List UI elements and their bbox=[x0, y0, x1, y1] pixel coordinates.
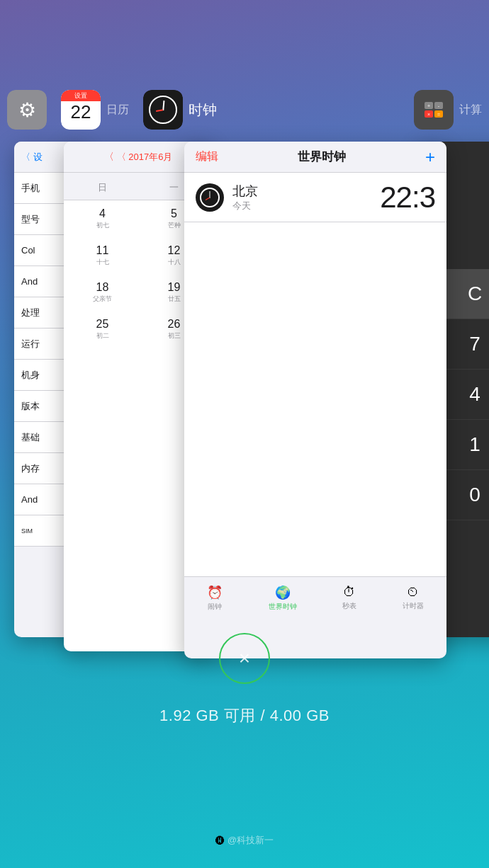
weekday-sun: 日 bbox=[67, 178, 138, 197]
calculator-icon: + - × = bbox=[414, 90, 454, 130]
cal-day-num: 18 bbox=[96, 281, 109, 294]
memory-info: 1.92 GB 可用 / 4.00 GB bbox=[159, 705, 330, 726]
calendar-app-label: 日历 bbox=[106, 103, 129, 118]
tab-timer[interactable]: ⏲ 计时器 bbox=[403, 585, 424, 611]
close-area: × 1.92 GB 可用 / 4.00 GB bbox=[0, 633, 489, 726]
calendar-icon: 设置 22 bbox=[61, 90, 101, 130]
calc-icon-eq: = bbox=[434, 110, 443, 118]
settings-icon bbox=[7, 90, 47, 130]
world-clock-tab-label: 世界时钟 bbox=[269, 602, 297, 612]
tab-alarm[interactable]: ⏰ 闹钟 bbox=[207, 585, 223, 612]
cal-day-num: 11 bbox=[96, 244, 109, 257]
world-clock-beijing[interactable]: 北京 今天 22:3 bbox=[184, 173, 446, 222]
cards-container: 〈 设 手机 型号 Col And 处理 运行 机身 版本 基础 内存 And … bbox=[0, 142, 489, 680]
clock-title: 世界时钟 bbox=[298, 149, 346, 165]
cal-day-sub: 芒种 bbox=[168, 221, 181, 230]
settings-row-label: 手机 bbox=[21, 182, 40, 195]
world-clock-icon bbox=[196, 183, 224, 212]
world-clock-tab-icon: 🌍 bbox=[275, 585, 291, 600]
timer-icon: ⏲ bbox=[407, 585, 420, 600]
timer-label: 计时器 bbox=[403, 601, 424, 611]
weibo-logo: 🅦 bbox=[215, 835, 225, 846]
cal-day-num: 12 bbox=[168, 244, 181, 257]
clock-add-button[interactable]: + bbox=[425, 147, 435, 167]
clock-edit-button[interactable]: 编辑 bbox=[196, 149, 218, 164]
cal-day-sub: 廿五 bbox=[168, 295, 181, 304]
calendar-icon-box: 设置 22 bbox=[61, 90, 101, 130]
settings-icon-box bbox=[7, 90, 47, 130]
close-icon: × bbox=[239, 647, 250, 670]
settings-row-label: 运行 bbox=[21, 338, 40, 350]
weibo-footer: 🅦 @科技新一 bbox=[0, 834, 489, 847]
cal-day-sub: 父亲节 bbox=[93, 295, 112, 304]
settings-back-label: 〈 设 bbox=[21, 151, 43, 164]
calendar-day-name: 设置 bbox=[61, 90, 101, 101]
app-item-clock[interactable]: 时钟 bbox=[143, 90, 217, 130]
card-clock[interactable]: 编辑 世界时钟 + 北京 今天 22:3 ⏰ 闹钟 🌍 世界时钟 bbox=[184, 142, 446, 658]
settings-row-label: SIM bbox=[21, 527, 33, 535]
settings-row-label: And bbox=[21, 276, 38, 287]
alarm-label: 闹钟 bbox=[208, 602, 222, 612]
settings-row-label: 型号 bbox=[21, 213, 40, 226]
cal-day-num: 19 bbox=[168, 281, 181, 294]
calendar-month-label: 〈 2017年6月 bbox=[117, 151, 173, 164]
weibo-handle: @科技新一 bbox=[227, 834, 274, 847]
clock-app-label: 时钟 bbox=[189, 101, 217, 120]
cal-day-sub: 初七 bbox=[96, 221, 109, 230]
clock-nav-bar: 编辑 世界时钟 + bbox=[184, 142, 446, 173]
clock-icon bbox=[143, 90, 183, 130]
settings-row-label: 机身 bbox=[21, 369, 40, 382]
clock-empty-area bbox=[184, 222, 446, 576]
world-clock-info: 北京 今天 bbox=[232, 183, 380, 212]
cal-day-18[interactable]: 18 父亲节 bbox=[67, 278, 138, 314]
cal-day-11[interactable]: 11 十七 bbox=[67, 241, 138, 277]
stopwatch-label: 秒表 bbox=[342, 601, 356, 611]
world-clock-day: 今天 bbox=[232, 200, 380, 212]
world-clock-time: 22:3 bbox=[380, 181, 435, 215]
stopwatch-icon: ⏱ bbox=[343, 585, 356, 600]
tab-stopwatch[interactable]: ⏱ 秒表 bbox=[342, 585, 356, 611]
settings-row-label: 处理 bbox=[21, 307, 40, 319]
settings-row-label: 内存 bbox=[21, 462, 40, 475]
calc-icon-plus: + bbox=[425, 102, 433, 109]
tab-world-clock[interactable]: 🌍 世界时钟 bbox=[269, 585, 297, 612]
settings-row-label: And bbox=[21, 494, 38, 505]
calc-icon-mult: × bbox=[425, 110, 433, 118]
world-clock-face bbox=[200, 188, 220, 207]
clock-icon-box bbox=[143, 90, 183, 130]
calendar-back-arrow: 〈 bbox=[104, 151, 114, 164]
settings-row-label: 版本 bbox=[21, 400, 40, 413]
settings-row-label: 基础 bbox=[21, 431, 40, 444]
cal-day-sub: 初二 bbox=[96, 331, 109, 341]
cal-day-num: 25 bbox=[96, 318, 109, 331]
cal-day-num: 26 bbox=[168, 318, 181, 331]
cal-day-sub: 十八 bbox=[168, 258, 181, 267]
settings-row-label: Col bbox=[21, 245, 35, 256]
calc-icon-minus: - bbox=[434, 102, 443, 109]
cal-day-25[interactable]: 25 初二 bbox=[67, 315, 138, 350]
cal-day-num: 4 bbox=[99, 207, 106, 220]
app-item-calculator[interactable]: + - × = 计算 bbox=[414, 90, 482, 130]
cal-day-sub: 初三 bbox=[168, 331, 181, 341]
world-clock-city: 北京 bbox=[232, 183, 380, 200]
close-all-apps-button[interactable]: × bbox=[219, 633, 270, 684]
clock-tab-bar: ⏰ 闹钟 🌍 世界时钟 ⏱ 秒表 ⏲ 计时器 bbox=[184, 576, 446, 619]
top-app-row: 设置 22 日历 时钟 + - × = bbox=[0, 78, 489, 142]
cal-day-sub: 十七 bbox=[96, 258, 109, 267]
app-item-calendar[interactable]: 设置 22 日历 bbox=[61, 90, 129, 130]
cal-day-4[interactable]: 4 初七 bbox=[67, 205, 138, 240]
calculator-icon-box: + - × = bbox=[414, 90, 454, 130]
calculator-app-label: 计算 bbox=[459, 103, 482, 118]
clock-face bbox=[149, 96, 177, 124]
calendar-date-num: 22 bbox=[71, 101, 91, 123]
cal-day-num: 5 bbox=[171, 207, 177, 220]
app-item-settings[interactable] bbox=[7, 90, 47, 130]
alarm-icon: ⏰ bbox=[207, 585, 223, 600]
